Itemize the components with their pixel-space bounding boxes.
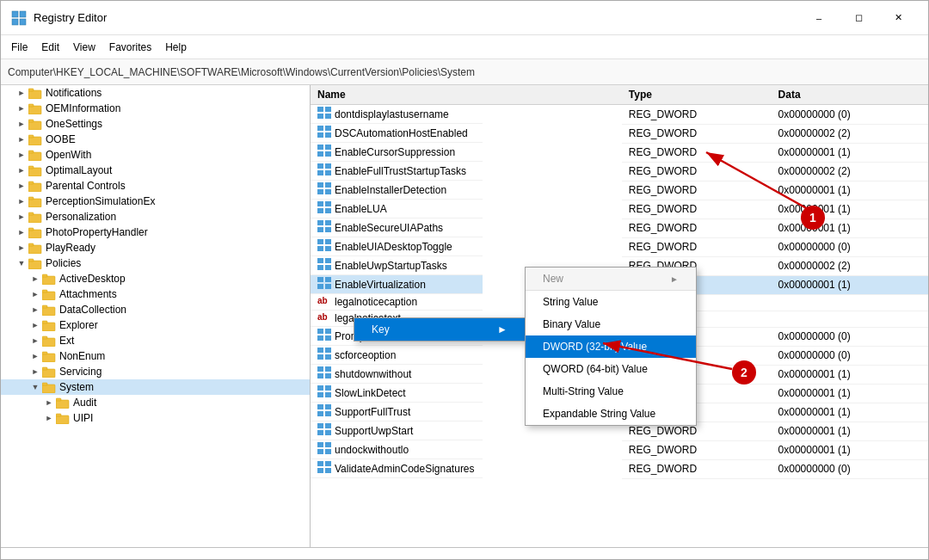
entry-type: REG_DWORD (622, 124, 772, 143)
tree-item[interactable]: ► NonEnum (1, 348, 310, 364)
submenu-qword-value[interactable]: QWORD (64-bit) Value (526, 358, 696, 380)
table-row[interactable]: ValidateAdminCodeSignaturesREG_DWORD0x00… (311, 459, 928, 478)
entry-name: SupportFullTrust (311, 403, 483, 422)
entry-name: scforceoption (311, 346, 483, 365)
submenu-string-value[interactable]: String Value (526, 291, 696, 313)
table-row[interactable]: EnableSecureUIAPathsREG_DWORD0x00000001 … (311, 218, 928, 237)
tree-label: PerceptionSimulationEx (46, 195, 155, 207)
svg-rect-20 (28, 214, 41, 223)
table-row[interactable]: EnableInstallerDetectionREG_DWORD0x00000… (311, 181, 928, 200)
svg-rect-13 (28, 151, 34, 153)
maximize-button[interactable]: ◻ (839, 4, 878, 32)
svg-rect-5 (28, 89, 34, 91)
menu-file[interactable]: File (4, 39, 34, 56)
tree-item[interactable]: ► PlayReady (1, 240, 310, 255)
tree-item[interactable]: ► Personalization (1, 209, 310, 225)
submenu-binary-value[interactable]: Binary Value (526, 313, 696, 335)
folder-icon (42, 350, 56, 362)
tree-item[interactable]: ► OptimalLayout (1, 163, 310, 178)
entry-name: EnableVirtualization (311, 275, 483, 294)
tree-item[interactable]: ► Notifications (1, 85, 310, 101)
bottom-bar (1, 547, 928, 559)
tree-item[interactable]: ► Ext (1, 333, 310, 348)
svg-rect-107 (325, 411, 331, 416)
menu-bar: File Edit View Favorites Help (1, 35, 928, 59)
folder-icon (56, 412, 70, 424)
entry-type: REG_DWORD (622, 181, 772, 200)
tree-item[interactable]: ► OneSettings (1, 116, 310, 132)
entry-data: 0x00000000 (0) (772, 327, 928, 346)
context-menu-key[interactable]: Key ► (354, 318, 525, 341)
tree-item[interactable]: ► Audit (1, 395, 310, 410)
tree-item[interactable]: ► OOBE (1, 132, 310, 147)
svg-rect-111 (325, 430, 331, 435)
folder-icon (28, 242, 42, 254)
dword-icon (317, 404, 331, 419)
svg-rect-43 (42, 383, 47, 385)
tree-item[interactable]: ► OpenWith (1, 147, 310, 163)
tree-label: Servicing (59, 366, 102, 378)
table-row[interactable]: EnableCursorSuppressionREG_DWORD0x000000… (311, 143, 928, 162)
entry-type: REG_DWORD (622, 162, 772, 181)
svg-rect-28 (42, 276, 55, 285)
entry-name: SlowLinkDetect (311, 384, 483, 403)
menu-view[interactable]: View (66, 39, 102, 56)
entry-type: REG_DWORD (622, 237, 772, 256)
svg-rect-18 (28, 199, 41, 207)
svg-rect-97 (325, 366, 331, 372)
svg-rect-37 (42, 336, 47, 339)
close-button[interactable]: ✕ (878, 4, 918, 32)
collapse-arrow: ► (15, 89, 28, 97)
tree-item[interactable]: ► PhotoPropertyHandler (1, 225, 310, 240)
tree-item[interactable]: ▼ System (1, 379, 310, 395)
svg-rect-114 (317, 449, 323, 454)
menu-edit[interactable]: Edit (34, 39, 66, 56)
svg-rect-52 (317, 126, 323, 131)
dword-icon (317, 385, 331, 400)
table-row[interactable]: EnableUIADesktopToggleREG_DWORD0x0000000… (311, 237, 928, 256)
dword-icon (317, 423, 331, 438)
svg-rect-74 (317, 227, 323, 232)
menu-help[interactable]: Help (158, 39, 194, 56)
entry-data: 0x00000002 (2) (772, 124, 928, 143)
col-data: Data (772, 85, 928, 105)
tree-item[interactable]: ▼ Policies (1, 255, 310, 271)
svg-rect-33 (42, 305, 47, 308)
tree-item[interactable]: ► ActiveDesktop (1, 271, 310, 286)
tree-item[interactable]: ► DataCollection (1, 302, 310, 317)
table-row[interactable]: EnableLUAREG_DWORD0x00000001 (1) (311, 200, 928, 218)
table-row[interactable]: EnableFullTrustStartupTasksREG_DWORD0x00… (311, 162, 928, 181)
svg-rect-92 (317, 348, 323, 353)
table-row[interactable]: DSCAutomationHostEnabledREG_DWORD0x00000… (311, 124, 928, 143)
tree-item[interactable]: ► PerceptionSimulationEx (1, 194, 310, 209)
svg-rect-1 (20, 11, 26, 17)
dword-icon (317, 366, 331, 381)
submenu-multi-string[interactable]: Multi-String Value (526, 380, 696, 403)
tree-item[interactable]: ► Attachments (1, 286, 310, 302)
dword-icon (317, 107, 331, 121)
dword-icon (317, 461, 331, 476)
svg-rect-19 (28, 197, 34, 200)
tree-item[interactable]: ► Parental Controls (1, 178, 310, 194)
svg-rect-16 (28, 183, 41, 192)
submenu-expandable-string[interactable]: Expandable String Value (526, 403, 696, 425)
tree-item[interactable]: ► Explorer (1, 317, 310, 333)
dword-icon (317, 258, 331, 273)
svg-rect-61 (325, 163, 331, 169)
table-row[interactable]: undockwithoutloREG_DWORD0x00000001 (1) (311, 440, 928, 459)
submenu-dword-value[interactable]: DWORD (32-bit) Value (526, 335, 696, 358)
collapse-arrow: ► (28, 321, 42, 329)
minimize-button[interactable]: – (799, 4, 839, 32)
tree-item[interactable]: ► Servicing (1, 364, 310, 379)
menu-favorites[interactable]: Favorites (102, 39, 158, 56)
title-bar: Registry Editor – ◻ ✕ (1, 1, 928, 35)
svg-rect-42 (42, 385, 55, 393)
tree-item[interactable]: ► OEMInformation (1, 101, 310, 116)
table-row[interactable]: dontdisplaylastusernameREG_DWORD0x000000… (311, 105, 928, 125)
collapse-arrow: ► (28, 336, 42, 345)
svg-rect-38 (42, 354, 55, 362)
entry-data: 0x00000000 (0) (772, 105, 928, 125)
tree-item[interactable]: ► UIPI (1, 410, 310, 426)
svg-rect-93 (325, 348, 331, 353)
dword-icon (317, 220, 331, 235)
